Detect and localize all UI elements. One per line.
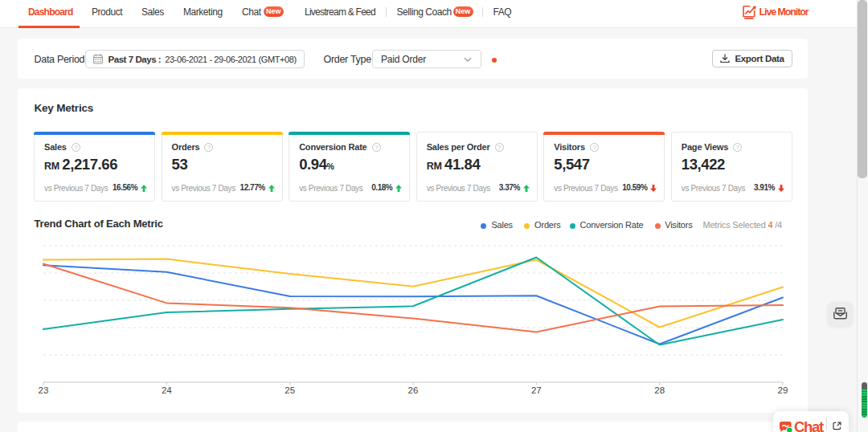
svg-text:25: 25 xyxy=(285,385,295,395)
svg-text:27: 27 xyxy=(531,385,542,395)
svg-text:24: 24 xyxy=(162,385,172,395)
svg-text:29: 29 xyxy=(778,385,788,395)
svg-text:26: 26 xyxy=(408,385,419,395)
svg-text:28: 28 xyxy=(654,385,665,395)
svg-text:23: 23 xyxy=(39,385,49,395)
